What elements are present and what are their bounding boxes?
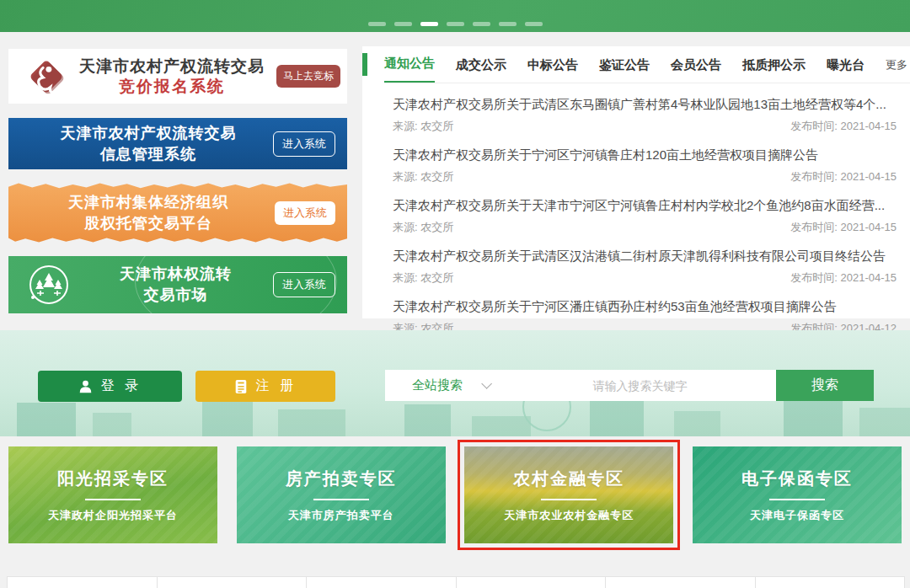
news-date: 发布时间: 2021-04-15 <box>790 119 897 134</box>
news-date: 发布时间: 2021-04-15 <box>790 220 897 235</box>
news-item[interactable]: 天津农村产权交易所关于宁河区宁河镇鲁庄村120亩土地经营权项目摘牌公告 来源: … <box>362 141 910 191</box>
news-source: 来源: 农交所 <box>393 270 453 286</box>
tab-winning-bid[interactable]: 中标公告 <box>527 48 578 83</box>
news-title[interactable]: 天津农村产权交易所关于宁河区宁河镇鲁庄村120亩土地经营权项目摘牌公告 <box>393 147 897 163</box>
carousel-dot[interactable] <box>473 22 490 26</box>
zone-rural-finance[interactable]: 农村金融专区 天津市农业农村金融专区 <box>464 446 673 543</box>
news-title[interactable]: 天津农村产权交易所关于武清区汉沽港镇二街村原天津凯得利科技有限公司项目终结公告 <box>393 248 897 265</box>
zone-sunshine-procurement[interactable]: 阳光招采专区 天津政村企阳光招采平台 <box>8 446 217 543</box>
news-item[interactable]: 天津农村产权交易所关于天津市宁河区宁河镇鲁庄村村内学校北2个鱼池约8亩水面经营.… <box>362 191 910 242</box>
forest-trees-icon <box>27 263 71 307</box>
zone-subtitle: 天津政村企阳光招采平台 <box>48 508 178 523</box>
login-button[interactable]: 登 录 <box>38 371 182 402</box>
banner-line2: 交易市场 <box>84 285 267 306</box>
news-list: 天津农村产权交易所关于武清区东马圈镇广善村第4号林业队园地13亩土地经营权等4个… <box>362 83 910 343</box>
enter-system-button[interactable]: 进入系统 <box>275 201 335 225</box>
banner-line2: 股权托管交易平台 <box>34 213 263 234</box>
search-scope-select[interactable]: 全站搜索 <box>385 377 504 393</box>
news-source: 来源: 农交所 <box>393 119 453 134</box>
carousel-dot-active[interactable] <box>420 22 438 26</box>
brand-subtitle: 竞价报名系统 <box>67 77 276 97</box>
tab-member[interactable]: 会员公告 <box>671 48 721 83</box>
info-management-banner[interactable]: 天津市农村产权流转交易 信息管理系统 进入系统 <box>8 118 347 169</box>
tab-notice[interactable]: 通知公告 <box>384 46 435 83</box>
banner-text: 天津市农村产权流转交易 信息管理系统 <box>34 123 263 165</box>
zone-divider <box>313 499 369 500</box>
carousel-dot[interactable] <box>368 22 386 26</box>
zone-stripes-decoration <box>693 446 902 543</box>
login-label: 登 录 <box>101 377 142 395</box>
zone-subtitle: 天津市房产拍卖平台 <box>288 508 394 523</box>
banner-text: 天津市林权流转 交易市场 <box>84 264 267 306</box>
special-zones: 阳光招采专区 天津政村企阳光招采平台 房产拍卖专区 天津市房产拍卖平台 农村金融… <box>8 446 902 543</box>
news-title[interactable]: 天津农村产权交易所关于天津市宁河区宁河镇鲁庄村村内学校北2个鱼池约8亩水面经营.… <box>393 197 897 214</box>
enter-system-button[interactable]: 进入系统 <box>273 131 335 157</box>
chevron-down-icon <box>481 378 492 389</box>
zone-title: 农村金融专区 <box>513 468 624 490</box>
register-button[interactable]: 注 册 <box>195 371 335 402</box>
zone-electronic-guarantee[interactable]: 电子保函专区 天津电子保函专区 <box>693 446 902 543</box>
bottom-cell <box>456 576 607 588</box>
forest-market-banner[interactable]: 天津市林权流转 交易市场 进入系统 <box>8 256 347 313</box>
carousel-dot[interactable] <box>447 22 464 26</box>
zone-title: 电子保函专区 <box>741 468 853 490</box>
banner-line1: 天津市村集体经济组织 <box>34 192 263 213</box>
banner-line2: 信息管理系统 <box>34 144 263 165</box>
news-item[interactable]: 天津农村产权交易所关于武清区东马圈镇广善村第4号林业队园地13亩土地经营权等4个… <box>362 90 910 141</box>
zone-divider <box>85 499 141 500</box>
carousel-dot[interactable] <box>499 22 517 26</box>
news-title[interactable]: 天津农村产权交易所关于武清区东马圈镇广善村第4号林业队园地13亩土地经营权等4个… <box>393 96 897 113</box>
more-label: 更多 <box>886 58 907 71</box>
zone-stripes-decoration <box>237 446 446 543</box>
zone-stripes-decoration <box>8 446 217 543</box>
tab-deals[interactable]: 成交公示 <box>456 48 506 83</box>
enter-system-button[interactable]: 进入系统 <box>273 272 335 297</box>
news-meta: 来源: 农交所 发布时间: 2021-04-15 <box>393 169 897 184</box>
tab-exposure[interactable]: 曝光台 <box>827 48 864 83</box>
tab-accent-bar <box>362 53 367 76</box>
id-card-icon <box>234 379 248 394</box>
news-item[interactable]: 天津农村产权交易所关于武清区汉沽港镇二街村原天津凯得利科技有限公司项目终结公告 … <box>362 242 910 292</box>
bottom-cell <box>157 576 308 588</box>
more-link[interactable]: 更多 ▶ <box>886 57 910 72</box>
bottom-stats-row <box>7 576 905 588</box>
announcements-panel: 通知公告 成交公示 中标公告 鉴证公告 会员公告 抵质押公示 曝光台 更多 ▶ … <box>362 46 910 318</box>
news-meta: 来源: 农交所 发布时间: 2021-04-15 <box>393 220 897 235</box>
news-source: 来源: 农交所 <box>393 220 453 235</box>
tab-authentication[interactable]: 鉴证公告 <box>599 48 650 83</box>
user-icon <box>78 379 93 393</box>
search-button[interactable]: 搜索 <box>776 370 874 401</box>
zone-divider <box>769 499 825 500</box>
banner-line1: 天津市林权流转 <box>84 264 267 285</box>
search-scope-label: 全站搜索 <box>412 377 463 393</box>
news-date: 发布时间: 2021-04-15 <box>790 270 897 286</box>
carousel-dot[interactable] <box>525 22 543 26</box>
go-bid-button[interactable]: 马上去竞标 <box>276 65 340 88</box>
zone-subtitle: 天津市农业农村金融专区 <box>504 508 634 523</box>
zone-title: 房产拍卖专区 <box>286 468 397 490</box>
news-meta: 来源: 农交所 发布时间: 2021-04-15 <box>393 270 897 286</box>
zone-stripes-decoration <box>464 446 673 543</box>
brand-diamond-icon <box>25 56 67 98</box>
bottom-cell <box>306 576 457 588</box>
news-title[interactable]: 天津农村产权交易所关于宁河区潘庄镇西孙庄村约53亩鱼池经营权项目摘牌公告 <box>393 298 897 315</box>
carousel-banner <box>0 0 910 32</box>
carousel-dot[interactable] <box>394 22 412 26</box>
equity-platform-banner[interactable]: 天津市村集体经济组织 股权托管交易平台 进入系统 <box>8 182 347 243</box>
announcement-tabs: 通知公告 成交公示 中标公告 鉴证公告 会员公告 抵质押公示 曝光台 更多 ▶ <box>362 46 910 83</box>
zone-property-auction[interactable]: 房产拍卖专区 天津市房产拍卖平台 <box>237 446 446 543</box>
bottom-cell <box>755 576 906 588</box>
tab-pledge[interactable]: 抵质押公示 <box>742 48 806 83</box>
news-date: 发布时间: 2021-04-15 <box>790 169 897 184</box>
zone-subtitle: 天津电子保函专区 <box>750 508 844 523</box>
zone-title: 阳光招采专区 <box>57 468 169 490</box>
news-meta: 来源: 农交所 发布时间: 2021-04-15 <box>393 119 897 134</box>
zone-divider <box>541 499 597 500</box>
brand-text: 天津市农村产权流转交易 竞价报名系统 <box>67 56 276 97</box>
search-input[interactable] <box>504 370 776 401</box>
news-source: 来源: 农交所 <box>393 169 453 184</box>
bottom-cell <box>605 576 756 588</box>
banner-text: 天津市村集体经济组织 股权托管交易平台 <box>34 192 263 234</box>
brand-title: 天津市农村产权流转交易 <box>67 56 276 77</box>
carousel-indicators <box>0 22 910 26</box>
